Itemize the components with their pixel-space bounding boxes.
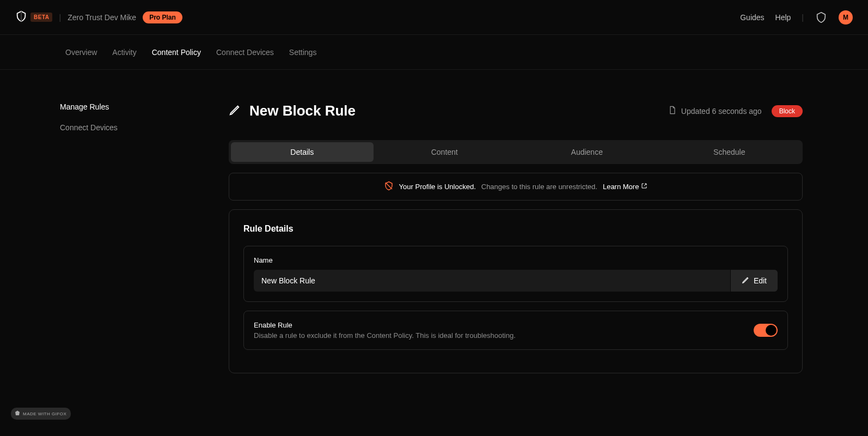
tab-content[interactable]: Content xyxy=(374,142,516,162)
updated-text: Updated 6 seconds ago xyxy=(681,107,762,116)
sidebar: Manage Rules Connect Devices xyxy=(60,102,180,373)
help-link[interactable]: Help xyxy=(775,13,791,22)
tabs: Details Content Audience Schedule xyxy=(229,140,803,164)
name-value: New Block Rule xyxy=(254,270,730,292)
separator: | xyxy=(59,13,61,22)
pencil-icon xyxy=(229,104,241,118)
subnav-content-policy[interactable]: Content Policy xyxy=(152,48,201,57)
gifox-text: MADE WITH GIFOX xyxy=(23,411,66,416)
user-avatar[interactable]: M xyxy=(839,10,853,25)
unlocked-notice: Your Profile is Unlocked. Changes to thi… xyxy=(229,173,803,201)
workspace-name[interactable]: Zero Trust Dev Mike xyxy=(68,13,136,22)
toggle-row: Enable Rule Disable a rule to exclude it… xyxy=(254,321,778,340)
sidebar-manage-rules[interactable]: Manage Rules xyxy=(60,102,180,111)
learn-more-link[interactable]: Learn More xyxy=(603,183,647,191)
subnav-overview[interactable]: Overview xyxy=(65,48,97,57)
shield-off-icon xyxy=(384,181,394,192)
tab-details[interactable]: Details xyxy=(231,142,374,162)
rule-details-panel: Rule Details Name New Block Rule Edit xyxy=(229,209,803,373)
name-field-card: Name New Block Rule Edit xyxy=(243,246,788,302)
tab-schedule[interactable]: Schedule xyxy=(658,142,801,162)
pencil-icon xyxy=(742,276,749,286)
tab-audience[interactable]: Audience xyxy=(516,142,658,162)
page-title-wrap: New Block Rule xyxy=(229,102,356,119)
edit-name-button[interactable]: Edit xyxy=(730,270,778,292)
edit-label: Edit xyxy=(754,276,767,285)
updated-timestamp: Updated 6 seconds ago xyxy=(668,106,762,116)
app-logo[interactable]: BETA xyxy=(15,10,52,24)
topbar: BETA | Zero Trust Dev Mike Pro Plan Guid… xyxy=(0,0,868,35)
separator: | xyxy=(802,13,804,22)
beta-badge: BETA xyxy=(30,13,52,22)
subnav-settings[interactable]: Settings xyxy=(289,48,317,57)
gifox-icon xyxy=(14,410,21,417)
notice-text: Changes to this rule are unrestricted. xyxy=(481,183,597,191)
subnav-connect-devices[interactable]: Connect Devices xyxy=(216,48,274,57)
guides-link[interactable]: Guides xyxy=(740,13,764,22)
enable-description: Disable a rule to exclude it from the Co… xyxy=(254,331,516,340)
toggle-text: Enable Rule Disable a rule to exclude it… xyxy=(254,321,516,340)
shield-logo-icon xyxy=(15,10,27,24)
enable-rule-toggle[interactable] xyxy=(754,324,778,337)
toggle-knob xyxy=(766,325,777,336)
gifox-badge: MADE WITH GIFOX xyxy=(11,408,71,420)
shield-status-icon[interactable] xyxy=(815,11,828,24)
external-link-icon xyxy=(641,183,647,191)
subnav: Overview Activity Content Policy Connect… xyxy=(0,35,868,70)
panel-title: Rule Details xyxy=(243,224,788,234)
name-row: New Block Rule Edit xyxy=(254,270,778,292)
plan-badge: Pro Plan xyxy=(143,11,182,23)
page-header: New Block Rule Updated 6 seconds ago Blo… xyxy=(229,102,803,119)
enable-rule-card: Enable Rule Disable a rule to exclude it… xyxy=(243,311,788,350)
content: New Block Rule Updated 6 seconds ago Blo… xyxy=(229,102,803,373)
name-label: Name xyxy=(254,256,778,264)
main-layout: Manage Rules Connect Devices New Block R… xyxy=(0,70,868,373)
document-icon xyxy=(668,106,677,116)
enable-title: Enable Rule xyxy=(254,321,516,329)
subnav-activity[interactable]: Activity xyxy=(112,48,136,57)
learn-more-text: Learn More xyxy=(603,183,639,191)
page-header-right: Updated 6 seconds ago Block xyxy=(668,105,803,117)
notice-title: Your Profile is Unlocked. xyxy=(399,183,476,191)
status-badge: Block xyxy=(772,105,803,117)
topbar-right: Guides Help | M xyxy=(740,10,853,25)
page-title: New Block Rule xyxy=(249,102,356,119)
topbar-left: BETA | Zero Trust Dev Mike Pro Plan xyxy=(15,10,182,24)
sidebar-connect-devices[interactable]: Connect Devices xyxy=(60,123,180,132)
